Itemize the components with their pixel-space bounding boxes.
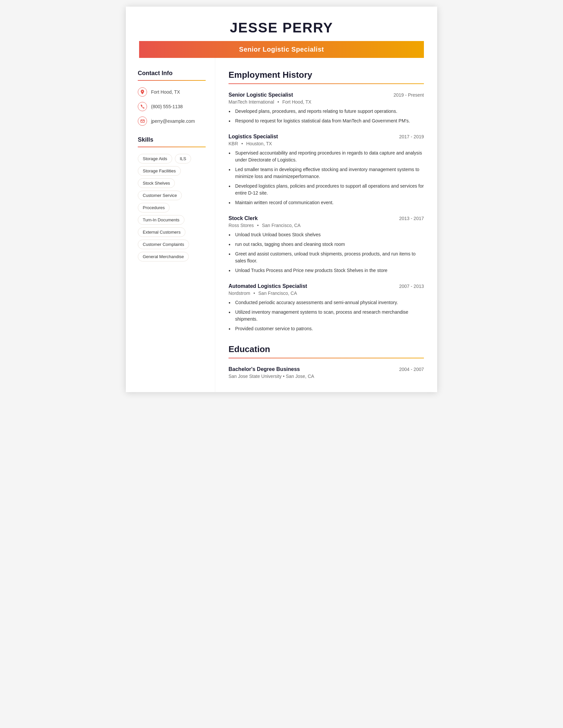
- edu-school: San Jose State University • San Jose, CA: [228, 374, 424, 379]
- job-bullet: Unload Trucks Process and Price new prod…: [228, 267, 424, 274]
- skill-tags-container: Storage AidsILSStorage FacilitiesStock S…: [138, 154, 206, 261]
- body: Contact Info Fort Hood, TX: [126, 58, 437, 392]
- skills-divider: [138, 147, 206, 147]
- job-dates: 2013 - 2017: [399, 216, 424, 221]
- contact-location-item: Fort Hood, TX: [138, 87, 206, 97]
- employment-divider: [228, 83, 424, 84]
- job-bullet: Led smaller teams in developing effectiv…: [228, 166, 424, 180]
- job-entry: Stock Clerk2013 - 2017Ross Stores • San …: [228, 215, 424, 274]
- header: JESSE PERRY Senior Logistic Specialist: [126, 7, 437, 58]
- job-bullets-list: Unload truck Unload boxes Stock shelvesr…: [228, 231, 424, 274]
- contact-section-title: Contact Info: [138, 70, 206, 77]
- contact-email-item: jperry@example.com: [138, 116, 206, 126]
- job-dates: 2019 - Present: [394, 92, 424, 98]
- job-bullet: run out racks, tagging shoes and cleanin…: [228, 241, 424, 248]
- job-company: ManTech International • Fort Hood, TX: [228, 99, 424, 105]
- job-header: Logistics Specialist2017 - 2019: [228, 134, 424, 140]
- job-bullet: Developed plans, procedures, and reports…: [228, 108, 424, 115]
- job-bullets-list: Supervised accountability and reporting …: [228, 150, 424, 206]
- job-header: Automated Logistics Specialist2007 - 201…: [228, 283, 424, 289]
- contact-divider: [138, 80, 206, 81]
- edu-header: Bachelor's Degree Business2004 - 2007: [228, 366, 424, 372]
- job-bullet: Provided customer service to patrons.: [228, 325, 424, 332]
- job-bullet: Conducted periodic accuracy assessments …: [228, 299, 424, 306]
- edu-entry: Bachelor's Degree Business2004 - 2007San…: [228, 366, 424, 379]
- skill-tag: Customer Complaints: [138, 240, 189, 249]
- skill-tag: Stock Shelves: [138, 178, 175, 188]
- job-company: KBR • Houston, TX: [228, 141, 424, 146]
- contact-location: Fort Hood, TX: [151, 89, 180, 95]
- job-title: Senior Logistic Specialist: [228, 92, 293, 98]
- skill-tag: Turn-In Documents: [138, 215, 184, 225]
- email-icon: [138, 116, 147, 126]
- skills-section: Skills Storage AidsILSStorage Facilities…: [138, 136, 206, 261]
- job-bullets-list: Conducted periodic accuracy assessments …: [228, 299, 424, 332]
- education-section-title: Education: [228, 344, 424, 354]
- edu-dates: 2004 - 2007: [399, 367, 424, 372]
- job-title: Automated Logistics Specialist: [228, 283, 307, 289]
- job-bullet: Utilized inventory management systems to…: [228, 309, 424, 323]
- job-bullet: Respond to request for logistics statist…: [228, 117, 424, 124]
- contact-phone-item: (800) 555-1138: [138, 102, 206, 111]
- job-bullet: Unload truck Unload boxes Stock shelves: [228, 231, 424, 238]
- job-entry: Automated Logistics Specialist2007 - 201…: [228, 283, 424, 332]
- job-dates: 2007 - 2013: [399, 284, 424, 289]
- job-company: Ross Stores • San Francisco, CA: [228, 223, 424, 228]
- contact-email: jperry@example.com: [151, 118, 195, 124]
- skill-tag: Storage Aids: [138, 154, 172, 163]
- job-header: Stock Clerk2013 - 2017: [228, 215, 424, 221]
- job-bullet: Greet and assist customers, unload truck…: [228, 250, 424, 264]
- job-bullet: Supervised accountability and reporting …: [228, 150, 424, 163]
- skill-tag: Storage Facilities: [138, 166, 181, 176]
- edu-container: Bachelor's Degree Business2004 - 2007San…: [228, 366, 424, 379]
- employment-section-title: Employment History: [228, 70, 424, 80]
- skill-tag: Procedures: [138, 203, 169, 212]
- main-content: Employment History Senior Logistic Speci…: [215, 58, 437, 392]
- job-dates: 2017 - 2019: [399, 134, 424, 139]
- contact-phone: (800) 555-1138: [151, 104, 183, 109]
- contact-section: Contact Info Fort Hood, TX: [138, 70, 206, 126]
- job-header: Senior Logistic Specialist2019 - Present: [228, 92, 424, 98]
- job-bullet: Maintain written record of communication…: [228, 199, 424, 206]
- job-entry: Logistics Specialist2017 - 2019KBR • Hou…: [228, 134, 424, 206]
- job-entry: Senior Logistic Specialist2019 - Present…: [228, 92, 424, 124]
- job-bullet: Developed logistics plans, policies and …: [228, 183, 424, 197]
- edu-degree: Bachelor's Degree Business: [228, 366, 300, 372]
- sidebar: Contact Info Fort Hood, TX: [126, 58, 215, 392]
- education-divider: [228, 358, 424, 358]
- employment-section: Employment History Senior Logistic Speci…: [228, 70, 424, 332]
- phone-icon: [138, 102, 147, 111]
- resume-page: JESSE PERRY Senior Logistic Specialist C…: [126, 7, 437, 392]
- skills-section-title: Skills: [138, 136, 206, 143]
- title-bar: Senior Logistic Specialist: [139, 41, 424, 58]
- job-title: Logistics Specialist: [228, 134, 278, 140]
- job-title: Stock Clerk: [228, 215, 258, 221]
- candidate-name: JESSE PERRY: [139, 20, 424, 36]
- candidate-title: Senior Logistic Specialist: [139, 46, 424, 53]
- skill-tag: ILS: [175, 154, 191, 163]
- skill-tag: Customer Service: [138, 191, 182, 200]
- skill-tag: External Customers: [138, 227, 185, 237]
- location-icon: [138, 87, 147, 97]
- education-section: Education Bachelor's Degree Business2004…: [228, 344, 424, 379]
- job-company: Nordstrom • San Francisco, CA: [228, 291, 424, 296]
- skill-tag: General Merchandise: [138, 252, 189, 261]
- job-bullets-list: Developed plans, procedures, and reports…: [228, 108, 424, 124]
- jobs-container: Senior Logistic Specialist2019 - Present…: [228, 92, 424, 332]
